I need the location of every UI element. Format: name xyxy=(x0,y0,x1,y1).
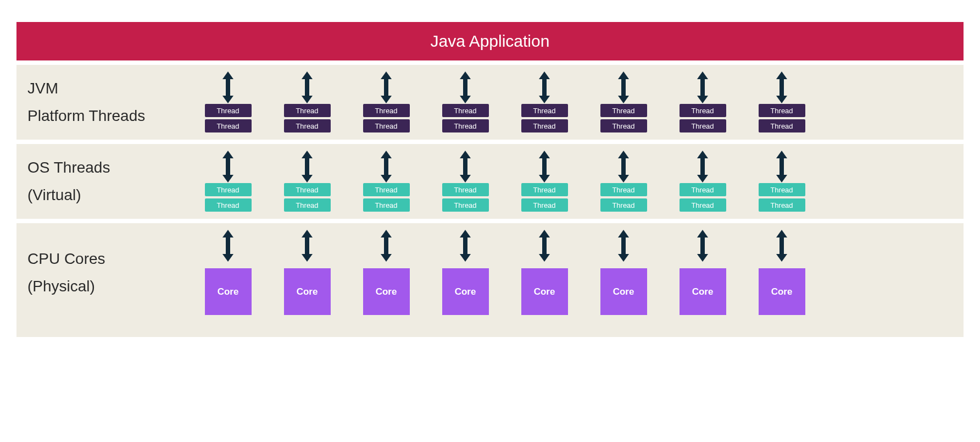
double-arrow-icon xyxy=(459,71,472,103)
svg-marker-26 xyxy=(222,175,233,183)
svg-marker-71 xyxy=(776,254,787,262)
cpu-column: Core xyxy=(520,230,569,315)
jvm-thread-pair: Thread Thread xyxy=(442,103,489,133)
svg-rect-52 xyxy=(305,237,309,255)
double-arrow-icon xyxy=(459,151,472,183)
svg-marker-3 xyxy=(302,71,313,79)
os-column: Thread Thread xyxy=(757,151,806,212)
os-label-2: (Virtual) xyxy=(27,186,198,204)
cpu-column: Core xyxy=(757,230,806,315)
svg-marker-18 xyxy=(697,71,708,79)
cpu-columns: Core Core Core Core Core Core Core Core xyxy=(198,230,964,315)
core-box: Core xyxy=(205,268,252,315)
svg-rect-70 xyxy=(779,237,784,255)
svg-marker-62 xyxy=(539,254,550,262)
svg-marker-32 xyxy=(381,175,392,183)
os-thread-pair: Thread Thread xyxy=(284,183,331,212)
double-arrow-icon xyxy=(300,151,314,183)
os-thread-box: Thread xyxy=(680,183,726,196)
cpu-label-1: CPU Cores xyxy=(27,250,198,268)
diagram-root: Java Application JVM Platform Threads Th… xyxy=(16,22,964,337)
os-column: Thread Thread xyxy=(203,151,253,212)
double-arrow-icon xyxy=(300,71,314,103)
os-thread-pair: Thread Thread xyxy=(205,183,252,212)
svg-rect-37 xyxy=(542,158,547,175)
os-thread-box: Thread xyxy=(521,183,568,196)
jvm-thread-box: Thread xyxy=(363,104,410,117)
double-arrow-icon xyxy=(696,151,709,183)
jvm-column: Thread Thread xyxy=(520,71,569,133)
jvm-thread-pair: Thread Thread xyxy=(205,103,252,133)
os-thread-box: Thread xyxy=(600,183,647,196)
double-arrow-icon xyxy=(300,230,314,262)
svg-marker-42 xyxy=(697,151,708,158)
core-box: Core xyxy=(680,268,726,315)
svg-marker-6 xyxy=(381,71,392,79)
svg-rect-64 xyxy=(621,237,626,255)
svg-rect-61 xyxy=(542,237,547,255)
svg-rect-40 xyxy=(621,158,626,175)
jvm-thread-box: Thread xyxy=(521,119,568,132)
cpu-column: Core xyxy=(678,230,727,315)
svg-marker-54 xyxy=(381,230,392,237)
cpu-layer: CPU Cores (Physical) Core Core Core Core… xyxy=(16,223,964,337)
os-thread-pair: Thread Thread xyxy=(442,183,489,212)
svg-marker-66 xyxy=(697,230,708,237)
svg-marker-9 xyxy=(460,71,471,79)
os-thread-box: Thread xyxy=(442,198,489,212)
jvm-column: Thread Thread xyxy=(757,71,806,133)
cpu-column: Core xyxy=(203,230,253,315)
jvm-label-2: Platform Threads xyxy=(27,107,198,125)
os-thread-box: Thread xyxy=(205,198,252,212)
double-arrow-icon xyxy=(221,151,235,183)
svg-marker-51 xyxy=(302,230,313,237)
os-label-1: OS Threads xyxy=(27,159,198,176)
os-thread-box: Thread xyxy=(680,198,726,212)
cpu-label-2: (Physical) xyxy=(27,278,198,295)
svg-marker-5 xyxy=(302,96,313,103)
svg-rect-10 xyxy=(463,79,467,96)
jvm-thread-box: Thread xyxy=(205,104,252,117)
svg-rect-58 xyxy=(463,237,467,255)
double-arrow-icon xyxy=(617,71,630,103)
svg-marker-56 xyxy=(381,254,392,262)
jvm-thread-pair: Thread Thread xyxy=(284,103,331,133)
svg-marker-23 xyxy=(776,96,787,103)
os-thread-box: Thread xyxy=(442,183,489,196)
svg-rect-28 xyxy=(305,158,309,175)
svg-rect-43 xyxy=(700,158,705,175)
double-arrow-icon xyxy=(775,71,788,103)
svg-marker-14 xyxy=(539,96,550,103)
jvm-label-1: JVM xyxy=(27,80,198,97)
double-arrow-icon xyxy=(380,230,393,262)
double-arrow-icon xyxy=(775,230,788,262)
os-thread-box: Thread xyxy=(759,198,805,212)
jvm-thread-box: Thread xyxy=(600,119,647,132)
jvm-thread-pair: Thread Thread xyxy=(759,103,805,133)
svg-marker-35 xyxy=(460,175,471,183)
os-thread-box: Thread xyxy=(363,183,410,196)
svg-rect-67 xyxy=(700,237,705,255)
double-arrow-icon xyxy=(538,230,551,262)
os-thread-box: Thread xyxy=(284,183,331,196)
svg-marker-30 xyxy=(381,151,392,158)
svg-marker-17 xyxy=(618,96,629,103)
svg-marker-68 xyxy=(697,254,708,262)
core-box: Core xyxy=(284,268,331,315)
core-box: Core xyxy=(442,268,489,315)
os-thread-box: Thread xyxy=(363,198,410,212)
svg-rect-46 xyxy=(779,158,784,175)
jvm-thread-pair: Thread Thread xyxy=(680,103,726,133)
svg-rect-19 xyxy=(700,79,705,96)
svg-rect-7 xyxy=(384,79,388,96)
jvm-thread-box: Thread xyxy=(759,104,805,117)
os-thread-pair: Thread Thread xyxy=(600,183,647,212)
svg-marker-36 xyxy=(539,151,550,158)
svg-marker-50 xyxy=(222,254,233,262)
double-arrow-icon xyxy=(617,230,630,262)
os-column: Thread Thread xyxy=(441,151,490,212)
cpu-column: Core xyxy=(361,230,411,315)
os-thread-pair: Thread Thread xyxy=(759,183,805,212)
os-label-col: OS Threads (Virtual) xyxy=(16,151,198,212)
double-arrow-icon xyxy=(380,71,393,103)
